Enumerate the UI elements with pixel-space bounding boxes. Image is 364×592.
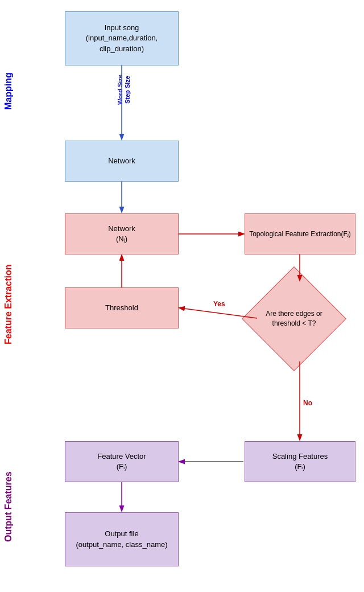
svg-text:No: No: [303, 399, 312, 407]
threshold-text: Threshold: [105, 303, 138, 313]
svg-text:Yes: Yes: [213, 300, 225, 308]
output-file-line2: (output_name, class_name): [76, 540, 167, 550]
network-blue-text: Network: [108, 156, 135, 166]
output-file-line1: Output file: [76, 529, 167, 539]
output-features-label: Output Features: [0, 444, 17, 569]
input-song-line3: clip_duration): [86, 44, 158, 54]
topological-box: Topological Feature Extraction(Fⱼ): [245, 213, 355, 254]
input-song-line1: Input song: [86, 23, 158, 33]
network-pink-line2: (Nⱼ): [108, 234, 135, 244]
input-song-line2: (input_name,duration,: [86, 33, 158, 43]
feature-vector-line2: (Fᵢ): [97, 462, 146, 472]
mapping-label: Mapping: [0, 28, 17, 154]
feature-vector-box: Feature Vector (Fᵢ): [65, 441, 179, 482]
topological-text: Topological Feature Extraction(Fⱼ): [249, 229, 351, 239]
threshold-box: Threshold: [65, 287, 179, 328]
network-blue-box: Network: [65, 141, 179, 182]
scaling-line1: Scaling Features: [272, 451, 328, 462]
diamond-text: Are there edges orthreshold < T?: [266, 309, 322, 328]
feature-extraction-label: Feature Extraction: [0, 194, 17, 416]
scaling-features-box: Scaling Features (Fᵢ): [245, 441, 355, 482]
input-song-box: Input song (input_name,duration, clip_du…: [65, 11, 179, 65]
output-file-box: Output file (output_name, class_name): [65, 512, 179, 566]
network-pink-line1: Network: [108, 224, 135, 234]
network-pink-box: Network (Nⱼ): [65, 213, 179, 254]
word-size-label: Word Size Step Size: [117, 73, 131, 107]
feature-vector-line1: Feature Vector: [97, 451, 146, 462]
diamond-container: Are there edges orthreshold < T?: [245, 279, 344, 359]
scaling-line2: (Fᵢ): [272, 462, 328, 472]
